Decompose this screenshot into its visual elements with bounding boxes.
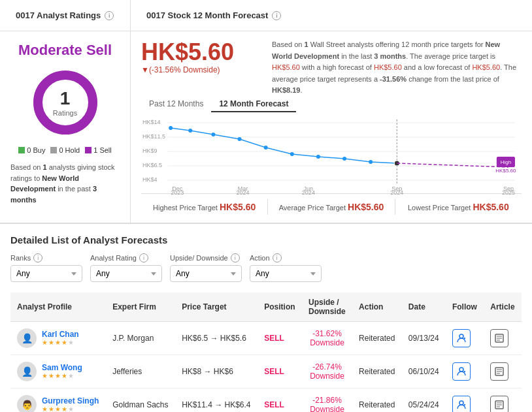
upside-label: Downside [308,405,346,412]
article-button[interactable] [490,362,508,381]
th-analyst-profile: Analyst Profile [10,293,106,322]
td-position: SELL [258,388,302,412]
td-date: 06/10/24 [402,355,446,388]
th-action: Action [352,293,402,322]
right-info-icon[interactable]: i [272,11,281,20]
legend-hold-label: 0 Hold [59,146,80,154]
analyst-name[interactable]: Karl Chan [42,330,79,339]
analyst-profile: 👤 Karl Chan ★★★★★ [17,328,99,348]
td-upside-downside: -31.62% Downside [302,321,352,355]
upside-pct: -31.62% [308,329,346,338]
star-rating: ★★★★★ [42,405,99,412]
td-analyst-profile: 👨 Gurpreet Singh ★★★★★ [10,388,106,412]
star-rating: ★★★★★ [42,372,82,379]
filter-ranks: Ranks i Any [10,253,82,282]
detailed-list-section: Detailed List of Analyst Forecasts Ranks… [0,223,532,412]
td-price-target: HK$6.5 → HK$5.6 [175,321,258,355]
td-article[interactable] [484,388,522,412]
legend-sell-label: 1 Sell [93,146,112,154]
legend: 0 Buy 0 Hold 1 Sell [10,146,120,154]
analyst-name[interactable]: Sam Wong [42,363,82,372]
svg-text:2025: 2025 [502,189,515,195]
upside-pct: -26.74% [308,362,346,372]
analyst-note: Based on 1 analysts giving stock ratings… [10,162,120,205]
analyst-name[interactable]: Gurpreet Singh [42,396,99,405]
svg-text:HK$5.60: HK$5.60 [495,168,516,174]
action-info-icon[interactable]: i [273,253,282,262]
analyst-profile: 👤 Sam Wong ★★★★★ [17,362,99,381]
upside-label: Downside [308,372,346,381]
td-follow[interactable] [446,388,484,412]
star-icon: ★ [42,372,48,379]
star-rating: ★★★★★ [42,339,79,346]
table-row: 👤 Karl Chan ★★★★★ J.P. Morgan HK$6.5 → H… [10,321,522,355]
td-position: SELL [258,355,302,388]
td-expert-firm: Goldman Sachs [106,388,175,412]
svg-text:HK$11.5: HK$11.5 [142,133,165,140]
detailed-list-title: Detailed List of Analyst Forecasts [10,234,522,246]
star-icon: ★ [68,405,74,412]
svg-point-18 [290,152,294,156]
tab-past-12[interactable]: Past 12 Months [141,97,211,112]
left-info-icon[interactable]: i [105,11,114,20]
filter-upside-label: Upside/ Downside i [170,253,242,262]
analyst-rating-select[interactable]: Any [90,265,162,282]
right-header-title: 0017 Stock 12 Month Forecast [146,10,268,20]
td-article[interactable] [484,355,522,388]
legend-buy-label: 0 Buy [27,146,45,154]
filter-upside-downside: Upside/ Downside i Any [170,253,242,282]
td-position: SELL [258,321,302,355]
filters: Ranks i Any Analyst Rating i Any Upside/… [10,253,522,282]
th-date: Date [402,293,446,322]
svg-point-15 [211,133,215,136]
follow-button[interactable] [452,329,471,347]
upside-downside-select[interactable]: Any [170,265,242,282]
star-icon: ★ [42,339,48,346]
star-icon: ★ [61,339,67,346]
chart-tabs: Past 12 Months 12 Month Forecast [141,97,522,112]
td-action: Reiterated [352,355,402,388]
svg-point-14 [188,129,192,133]
svg-text:High: High [501,159,511,165]
th-price-target: Price Target [175,293,258,322]
star-icon: ★ [55,339,61,346]
svg-line-23 [397,163,508,167]
th-follow: Follow [446,293,484,322]
ranks-select[interactable]: Any [10,265,82,282]
action-select[interactable]: Any [250,265,322,282]
tab-12-month-forecast[interactable]: 12 Month Forecast [211,97,296,112]
svg-point-37 [459,334,463,338]
svg-point-13 [169,126,173,130]
ranks-info-icon[interactable]: i [33,253,42,262]
svg-text:2024: 2024 [390,189,403,195]
analyst-profile: 👨 Gurpreet Singh ★★★★★ [17,395,99,412]
highest-price-value: HK$5.60 [220,202,256,212]
article-button[interactable] [490,396,508,412]
td-follow[interactable] [446,355,484,388]
upside-info-icon[interactable]: i [231,253,240,262]
article-button[interactable] [490,329,508,347]
svg-point-44 [459,368,463,372]
table-row: 👨 Gurpreet Singh ★★★★★ Goldman Sachs HK$… [10,388,522,412]
upside-pct: -21.86% [308,396,346,405]
donut-chart: 1 Ratings [29,67,101,138]
td-article[interactable] [484,321,522,355]
legend-sell: 1 Sell [85,146,112,154]
analyst-info-icon[interactable]: i [139,253,148,262]
average-price-value: HK$5.60 [348,202,384,212]
left-header-title: 0017 Analyst Ratings [16,10,101,20]
price-targets: Highest Price Target HK$5.60 Average Pri… [141,193,522,215]
td-expert-firm: Jefferies [106,355,175,388]
td-follow[interactable] [446,321,484,355]
follow-button[interactable] [452,396,471,412]
svg-text:2024: 2024 [237,189,250,195]
analyst-table: Analyst Profile Expert Firm Price Target… [10,293,522,412]
filter-action: Action i Any [250,253,322,282]
lowest-price-target: Lowest Price Target HK$5.60 [395,199,522,215]
filter-action-label: Action i [250,253,322,262]
svg-text:2023: 2023 [171,189,184,195]
follow-button[interactable] [452,362,471,381]
filter-analyst-rating: Analyst Rating i Any [90,253,162,282]
td-analyst-profile: 👤 Karl Chan ★★★★★ [10,321,106,355]
th-upside-downside: Upside /Downside [302,293,352,322]
